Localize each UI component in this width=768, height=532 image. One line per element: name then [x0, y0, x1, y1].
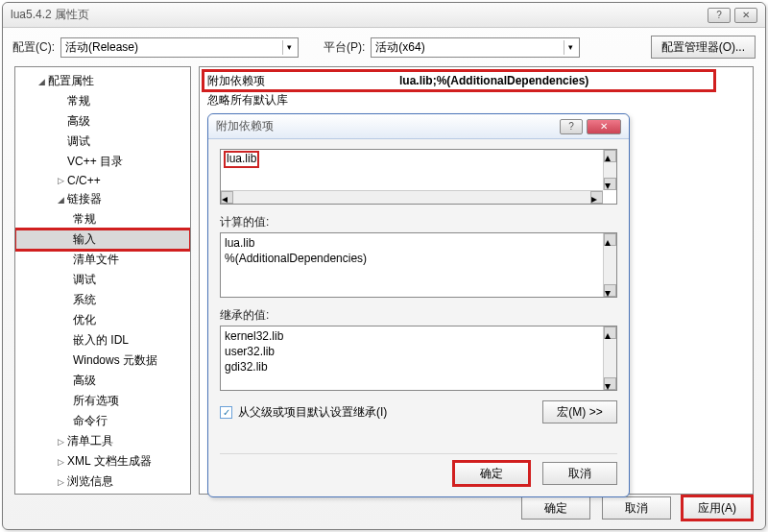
expand-icon: ▷	[56, 437, 65, 447]
prop-ignore-default-libs[interactable]: 忽略所有默认库	[204, 90, 749, 109]
inherit-checkbox-label: 从父级或项目默认设置继承(I)	[238, 404, 387, 421]
macro-button[interactable]: 宏(M) >>	[542, 400, 617, 423]
scroll-up-icon[interactable]: ▴	[604, 150, 616, 162]
prop-label: 忽略所有默认库	[207, 92, 399, 109]
tree-node[interactable]: VC++ 目录	[15, 152, 190, 172]
tree-node[interactable]: 优化	[15, 310, 190, 330]
list-item: %(AdditionalDependencies)	[225, 251, 612, 266]
config-manager-button[interactable]: 配置管理器(O)...	[651, 36, 756, 59]
tree-node-linker-input[interactable]: 输入	[15, 230, 190, 250]
deps-input-value: lua.lib	[225, 152, 258, 167]
inherit-checkbox[interactable]: ✓	[220, 406, 232, 419]
close-button[interactable]: ✕	[587, 119, 621, 134]
tree-node-cpp[interactable]: ▷C/C++	[15, 172, 190, 189]
apply-button[interactable]: 应用(A)	[683, 496, 752, 520]
prop-value: lua.lib;%(AdditionalDependencies)	[399, 74, 710, 87]
platform-value: 活动(x64)	[375, 39, 424, 56]
expand-icon: ▷	[56, 457, 65, 467]
tree-node-config[interactable]: ◢配置属性	[15, 71, 190, 91]
tree-node[interactable]: ▷清单工具	[15, 431, 190, 451]
scroll-right-icon[interactable]: ▸	[590, 191, 603, 204]
tree-node[interactable]: Windows 元数据	[15, 351, 190, 371]
expand-icon: ▷	[56, 176, 65, 185]
platform-combo[interactable]: 活动(x64) ▾	[371, 37, 580, 58]
modal-footer: 确定 取消	[220, 453, 617, 485]
prop-additional-deps[interactable]: 附加依赖项 lua.lib;%(AdditionalDependencies)	[204, 71, 714, 90]
window-title: lua5.4.2 属性页	[11, 7, 704, 23]
tree-node-linker[interactable]: ◢链接器	[15, 189, 190, 209]
tree-node[interactable]: ▷XML 文档生成器	[15, 451, 190, 472]
list-item: user32.lib	[225, 344, 612, 359]
config-value: 活动(Release)	[65, 39, 138, 56]
help-button[interactable]: ?	[560, 119, 583, 134]
prop-label: 附加依赖项	[207, 73, 399, 89]
scroll-left-icon[interactable]: ◂	[221, 191, 233, 204]
tree-node[interactable]: 常规	[15, 91, 190, 111]
inherit-row: ✓ 从父级或项目默认设置继承(I) 宏(M) >>	[220, 400, 617, 423]
help-button[interactable]: ?	[708, 8, 731, 23]
vertical-scrollbar[interactable]: ▴ ▾	[603, 233, 616, 297]
tree-node[interactable]: 系统	[15, 290, 190, 310]
cancel-button[interactable]: 取消	[602, 496, 671, 520]
modal-titlebar: 附加依赖项 ? ✕	[208, 114, 629, 139]
scroll-up-icon[interactable]: ▴	[604, 233, 616, 246]
platform-label: 平台(P):	[324, 39, 365, 56]
list-item: lua.lib	[225, 235, 612, 251]
tree-node[interactable]: 高级	[15, 371, 190, 391]
config-bar: 配置(C): 活动(Release) ▾ 平台(P): 活动(x64) ▾ 配置…	[3, 28, 765, 66]
horizontal-scrollbar[interactable]: ◂ ▸	[221, 190, 603, 204]
tree-node[interactable]: 嵌入的 IDL	[15, 330, 190, 351]
computed-label: 计算的值:	[220, 214, 617, 230]
expand-icon: ▷	[56, 477, 65, 487]
ok-button[interactable]: 确定	[521, 496, 590, 520]
property-tree[interactable]: ◢配置属性 常规 高级 调试 VC++ 目录 ▷C/C++ ◢链接器 常规 输入…	[14, 66, 191, 495]
additional-deps-dialog: 附加依赖项 ? ✕ lua.lib ▴ ▾ ◂ ▸ 计算的值: lua.lib …	[207, 113, 630, 497]
scroll-down-icon[interactable]: ▾	[604, 377, 616, 390]
list-item: gdi32.lib	[225, 359, 612, 375]
chevron-down-icon: ▾	[282, 40, 296, 55]
tree-node[interactable]: 调试	[15, 270, 190, 290]
computed-list: lua.lib %(AdditionalDependencies) ▴ ▾	[220, 232, 617, 298]
tree-node[interactable]: ▷浏览信息	[15, 472, 190, 492]
list-item: kernel32.lib	[225, 328, 612, 344]
ok-button[interactable]: 确定	[454, 462, 529, 485]
tree-node[interactable]: 清单文件	[15, 250, 190, 270]
tree-node[interactable]: 调试	[15, 132, 190, 152]
tree-node[interactable]: 高级	[15, 111, 190, 132]
cancel-button[interactable]: 取消	[542, 462, 617, 485]
vertical-scrollbar[interactable]: ▴ ▾	[603, 326, 616, 390]
tree-node[interactable]: 所有选项	[15, 391, 190, 411]
close-button[interactable]: ✕	[734, 8, 757, 23]
tree-node[interactable]: 常规	[15, 209, 190, 230]
config-label: 配置(C):	[12, 39, 55, 56]
main-footer: 确定 取消 应用(A)	[521, 496, 752, 520]
vertical-scrollbar[interactable]: ▴ ▾	[603, 150, 616, 190]
chevron-down-icon: ▾	[564, 40, 577, 55]
inherited-label: 继承的值:	[220, 307, 617, 324]
collapse-icon: ◢	[36, 77, 46, 86]
collapse-icon: ◢	[56, 195, 65, 205]
main-titlebar: lua5.4.2 属性页 ? ✕	[3, 3, 765, 28]
tree-node[interactable]: 命令行	[15, 411, 190, 431]
config-combo[interactable]: 活动(Release) ▾	[60, 37, 299, 58]
scroll-up-icon[interactable]: ▴	[604, 326, 616, 339]
modal-title: 附加依赖项	[216, 118, 556, 134]
scroll-down-icon[interactable]: ▾	[604, 284, 616, 297]
scroll-down-icon[interactable]: ▾	[604, 178, 616, 190]
deps-edit-area[interactable]: lua.lib ▴ ▾ ◂ ▸	[220, 149, 617, 205]
inherited-list: kernel32.lib user32.lib gdi32.lib ▴ ▾	[220, 326, 617, 391]
